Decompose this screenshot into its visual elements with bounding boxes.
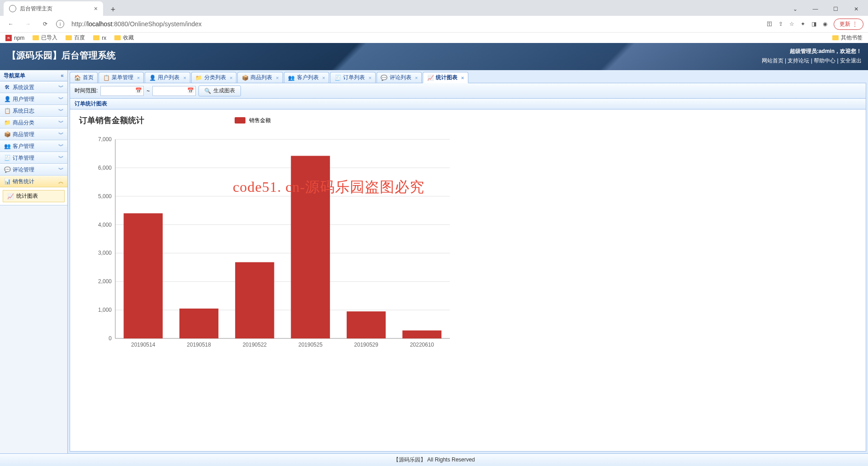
- chevron-icon: ︾: [58, 95, 64, 103]
- sidebar-item[interactable]: 📊销售统计︽: [0, 176, 67, 187]
- bookmark-star-icon[interactable]: ☆: [789, 21, 794, 27]
- tab-close-icon[interactable]: ×: [183, 75, 186, 81]
- tab[interactable]: 📈统计图表×: [423, 72, 468, 83]
- npm-icon: n: [5, 35, 12, 41]
- tab-close-icon[interactable]: ×: [94, 5, 98, 12]
- site-info-icon[interactable]: i: [56, 20, 64, 28]
- tab-icon: 📈: [427, 74, 434, 81]
- sidebar-item[interactable]: 📦商品管理︾: [0, 128, 67, 140]
- content-area: 🏠首页📋菜单管理×👤用户列表×📁分类列表×📦商品列表×👥客户列表×🧾订单列表×💬…: [68, 70, 868, 453]
- chevron-icon: ︾: [58, 107, 64, 115]
- generate-chart-button[interactable]: 🔍 生成图表: [198, 86, 241, 96]
- menu-icon: 🛠: [4, 84, 11, 91]
- back-button[interactable]: ←: [5, 18, 17, 30]
- tab[interactable]: 🏠首页: [70, 72, 98, 83]
- link-home[interactable]: 网站首页: [762, 57, 783, 64]
- bookmark-baidu[interactable]: 百度: [66, 34, 85, 42]
- svg-text:20190514: 20190514: [131, 342, 156, 348]
- svg-text:7,000: 7,000: [98, 136, 112, 143]
- date-from-input[interactable]: 📅: [100, 86, 144, 96]
- tab[interactable]: 🧾订单列表×: [330, 72, 375, 83]
- tab-icon: 💬: [381, 74, 388, 81]
- menu-icon: 👥: [4, 143, 11, 150]
- app-title: 【源码乐园】后台管理系统: [0, 43, 868, 68]
- menu-icon: 👤: [4, 95, 11, 103]
- app-header: 【源码乐园】后台管理系统 超级管理员:admin，欢迎您！ 网站首页 | 支持论…: [0, 43, 868, 70]
- legend-swatch: [235, 117, 245, 124]
- tab-close-icon[interactable]: ×: [137, 75, 140, 81]
- extensions-icon[interactable]: ✦: [801, 21, 805, 27]
- menu-icon: 📋: [4, 107, 11, 114]
- share-icon[interactable]: ⇪: [778, 21, 783, 27]
- tab-close-icon[interactable]: ×: [461, 75, 464, 81]
- forward-button[interactable]: →: [22, 18, 34, 30]
- window-minimize-icon[interactable]: —: [805, 3, 826, 15]
- svg-text:2,000: 2,000: [98, 278, 112, 285]
- nav-header: 导航菜单 «: [0, 70, 67, 81]
- bookmark-imported[interactable]: 已导入: [33, 34, 57, 42]
- sidebar-item[interactable]: 👤用户管理︾: [0, 93, 67, 105]
- bookmark-favorites[interactable]: 收藏: [114, 34, 134, 42]
- other-bookmarks[interactable]: 其他书签: [832, 34, 863, 42]
- chevron-icon: ︽: [58, 178, 64, 185]
- svg-rect-19: [179, 309, 218, 338]
- date-to-input[interactable]: 📅: [152, 86, 196, 96]
- bookmark-rx[interactable]: rx: [93, 35, 106, 41]
- browser-chrome: 后台管理主页 × + ⌄ — ☐ ✕ ← → ⟳ i http://localh…: [0, 0, 868, 43]
- sidebar-item[interactable]: 💬评论管理︾: [0, 164, 67, 176]
- sidebar-item[interactable]: 🧾订单管理︾: [0, 152, 67, 164]
- tab[interactable]: 📦商品列表×: [237, 72, 283, 83]
- svg-rect-17: [124, 213, 163, 338]
- bookmark-npm[interactable]: nnpm: [5, 35, 24, 41]
- window-maximize-icon[interactable]: ☐: [826, 3, 846, 15]
- reload-button[interactable]: ⟳: [39, 18, 52, 30]
- window-close-icon[interactable]: ✕: [846, 3, 866, 15]
- calendar-icon: 📅: [187, 87, 194, 95]
- tab-close-icon[interactable]: ×: [230, 75, 232, 81]
- chevron-icon: ︾: [58, 84, 64, 91]
- chevron-icon: ︾: [58, 143, 64, 150]
- sidebar: 导航菜单 « 🛠系统设置︾👤用户管理︾📋系统日志︾📁商品分类︾📦商品管理︾👥客户…: [0, 70, 68, 453]
- browser-tab[interactable]: 后台管理主页 ×: [4, 1, 103, 16]
- tab-close-icon[interactable]: ×: [368, 75, 371, 81]
- tab[interactable]: 👤用户列表×: [145, 72, 190, 83]
- svg-rect-21: [235, 262, 274, 338]
- update-button[interactable]: 更新⋮: [834, 19, 863, 30]
- profile-icon[interactable]: ◉: [823, 21, 827, 27]
- sidebar-item[interactable]: 👥客户管理︾: [0, 140, 67, 152]
- svg-text:20220610: 20220610: [410, 342, 434, 348]
- window-dropdown-icon[interactable]: ⌄: [785, 3, 805, 15]
- password-key-icon[interactable]: ⚿: [767, 21, 772, 27]
- sidebar-item[interactable]: 🛠系统设置︾: [0, 81, 67, 93]
- menu-icon: 📊: [4, 178, 11, 185]
- svg-text:20190529: 20190529: [354, 342, 378, 348]
- sidepanel-icon[interactable]: ◨: [811, 21, 816, 27]
- tab[interactable]: 📁分类列表×: [191, 72, 236, 83]
- tab[interactable]: 👥客户列表×: [284, 72, 329, 83]
- calendar-icon: 📅: [135, 87, 142, 95]
- address-bar[interactable]: http://localhost:8080/OnlineShop/system/…: [69, 20, 762, 28]
- tab[interactable]: 📋菜单管理×: [99, 72, 144, 83]
- link-help[interactable]: 帮助中心: [814, 57, 835, 64]
- svg-text:1,000: 1,000: [98, 307, 112, 313]
- tab-icon: 👤: [149, 74, 156, 81]
- chart-title: 订单销售金额统计: [79, 115, 144, 126]
- new-tab-button[interactable]: +: [107, 3, 119, 16]
- tab[interactable]: 💬评论列表×: [377, 72, 422, 83]
- range-label: 时间范围:: [75, 87, 98, 95]
- tab-strip: 🏠首页📋菜单管理×👤用户列表×📁分类列表×📦商品列表×👥客户列表×🧾订单列表×💬…: [70, 72, 866, 83]
- menu-icon: 💬: [4, 166, 11, 173]
- sidebar-item[interactable]: 📋系统日志︾: [0, 105, 67, 117]
- chart-icon: 📈: [7, 193, 14, 200]
- tab-close-icon[interactable]: ×: [322, 75, 325, 81]
- chevron-icon: ︾: [58, 166, 64, 174]
- link-logout[interactable]: 安全退出: [840, 57, 862, 64]
- collapse-sidebar-icon[interactable]: «: [61, 72, 64, 79]
- tab-close-icon[interactable]: ×: [415, 75, 418, 81]
- sidebar-item[interactable]: 📁商品分类︾: [0, 117, 67, 128]
- footer: 【源码乐园】 All Rights Reserved: [0, 453, 868, 466]
- bookmark-bar: nnpm 已导入 百度 rx 收藏 其他书签: [0, 32, 868, 43]
- tree-node-chart[interactable]: 📈统计图表: [3, 190, 65, 202]
- link-forum[interactable]: 支持论坛: [788, 57, 809, 64]
- tab-close-icon[interactable]: ×: [276, 75, 278, 81]
